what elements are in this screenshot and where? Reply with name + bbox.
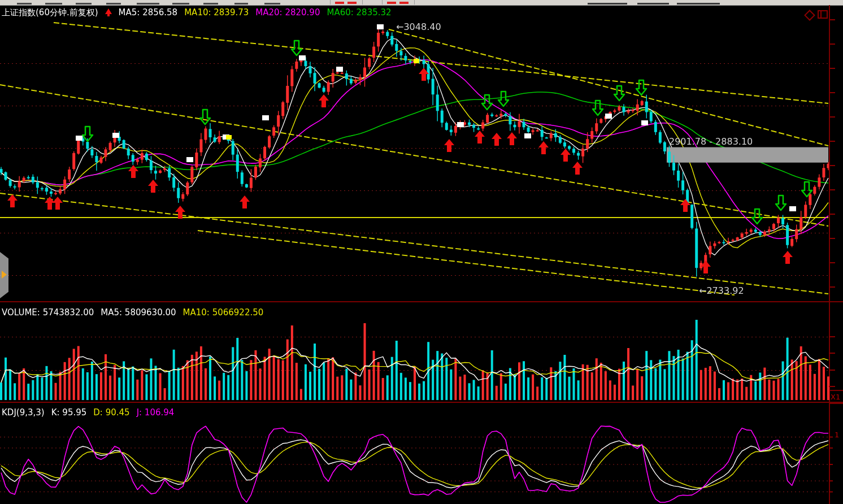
ma20-value: MA20: 2820.90 (255, 7, 320, 18)
split-window-icon[interactable] (818, 10, 828, 19)
peak-price-label: ←3048.40 (396, 21, 441, 32)
kdj-scale-label: 1 (835, 431, 839, 439)
kdj-header: KDJ(9,3,3)K: 95.95D: 90.45J: 106.94 (2, 407, 181, 418)
panel-separator (0, 301, 843, 302)
menu-button-clipped[interactable] (330, 0, 363, 5)
kdj-title: KDJ(9,3,3) (2, 407, 45, 418)
kdj-chart-canvas[interactable] (0, 416, 843, 504)
menu-button-clipped[interactable] (382, 0, 415, 5)
main-chart-canvas[interactable] (0, 5, 843, 301)
volume-ma5: MA5: 5809630.00 (101, 307, 176, 318)
menu-item-clipped[interactable] (637, 3, 669, 5)
axis-box-line (829, 403, 843, 404)
sidebar-flyout-tab[interactable] (0, 252, 8, 298)
menu-item-clipped[interactable] (45, 3, 62, 5)
low-price-label: ←2733.92 (699, 285, 744, 296)
ma10-value: MA10: 2839.73 (184, 7, 249, 18)
volume-chart-canvas[interactable] (0, 315, 843, 402)
up-arrow-icon (105, 8, 112, 14)
menu-item-clipped[interactable] (172, 3, 189, 5)
menu-item-clipped[interactable] (137, 3, 159, 5)
volume-value: VOLUME: 5743832.00 (2, 307, 94, 318)
ma5-value: MA5: 2856.58 (119, 7, 178, 18)
menu-item-clipped[interactable] (264, 3, 280, 5)
kdj-j-value: J: 106.94 (137, 407, 175, 418)
menu-item-clipped[interactable] (106, 3, 121, 5)
expand-arrow-icon (2, 271, 7, 279)
menu-item-clipped[interactable] (203, 3, 218, 5)
volume-ma10: MA10: 5066922.50 (183, 307, 264, 318)
menu-item-clipped[interactable] (17, 3, 32, 5)
chart-title: 上证指数(60分钟.前复权) (2, 7, 98, 18)
kdj-k-value: K: 95.95 (51, 407, 87, 418)
menu-item-clipped[interactable] (76, 3, 92, 5)
menu-item-clipped[interactable] (588, 3, 627, 5)
menu-item-clipped[interactable] (677, 3, 720, 5)
volume-scale-label: X1 (831, 393, 840, 401)
volume-header: VOLUME: 5743832.00MA5: 5809630.00MA10: 5… (2, 307, 270, 318)
gap-range-label: 2901.78 - 2883.10 (669, 136, 753, 147)
app-window: 上证指数(60分钟.前复权)MA5: 2856.58MA10: 2839.73M… (0, 0, 843, 504)
ma60-value: MA60: 2835.32 (327, 7, 391, 18)
menu-item-clipped[interactable] (234, 3, 248, 5)
kdj-d-value: D: 90.45 (93, 407, 129, 418)
chart-header: 上证指数(60分钟.前复权)MA5: 2856.58MA10: 2839.73M… (2, 7, 398, 18)
